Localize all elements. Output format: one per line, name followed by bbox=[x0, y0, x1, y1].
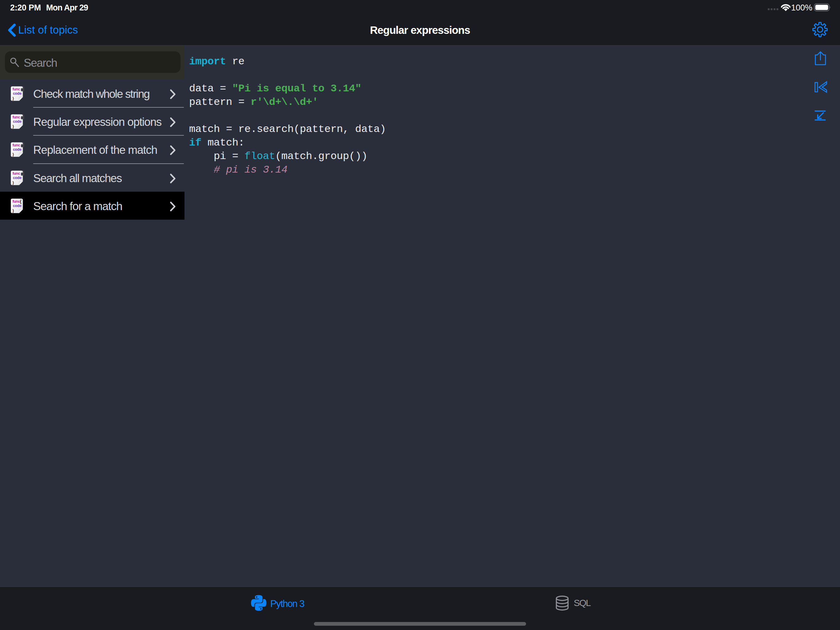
svg-text:func: func bbox=[13, 87, 20, 91]
svg-text:code: code bbox=[13, 91, 22, 96]
svg-text:}: } bbox=[13, 180, 14, 185]
svg-text:func: func bbox=[13, 115, 20, 119]
svg-text:func: func bbox=[13, 171, 20, 176]
svg-text:code: code bbox=[13, 176, 22, 180]
svg-text:func: func bbox=[13, 199, 20, 204]
svg-text:code: code bbox=[13, 119, 22, 123]
svg-text:}: } bbox=[13, 209, 14, 213]
svg-text:}: } bbox=[13, 152, 14, 157]
svg-text:}: } bbox=[13, 124, 14, 128]
svg-text:code: code bbox=[13, 204, 22, 208]
svg-text:}: } bbox=[13, 96, 14, 101]
svg-text:code: code bbox=[13, 147, 22, 152]
svg-text:{: { bbox=[20, 199, 22, 204]
svg-text:func: func bbox=[13, 143, 20, 147]
